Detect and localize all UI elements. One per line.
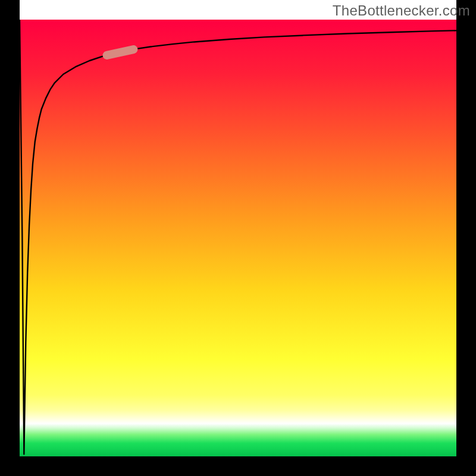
frame-right bbox=[456, 0, 476, 476]
bottleneck-curve-path bbox=[20, 20, 456, 454]
watermark-text: TheBottlenecker.com bbox=[333, 2, 470, 19]
frame-bottom bbox=[0, 456, 476, 476]
chart-container: TheBottlenecker.com bbox=[0, 0, 476, 476]
frame-left bbox=[0, 0, 20, 476]
bottleneck-curve-svg bbox=[20, 20, 456, 456]
